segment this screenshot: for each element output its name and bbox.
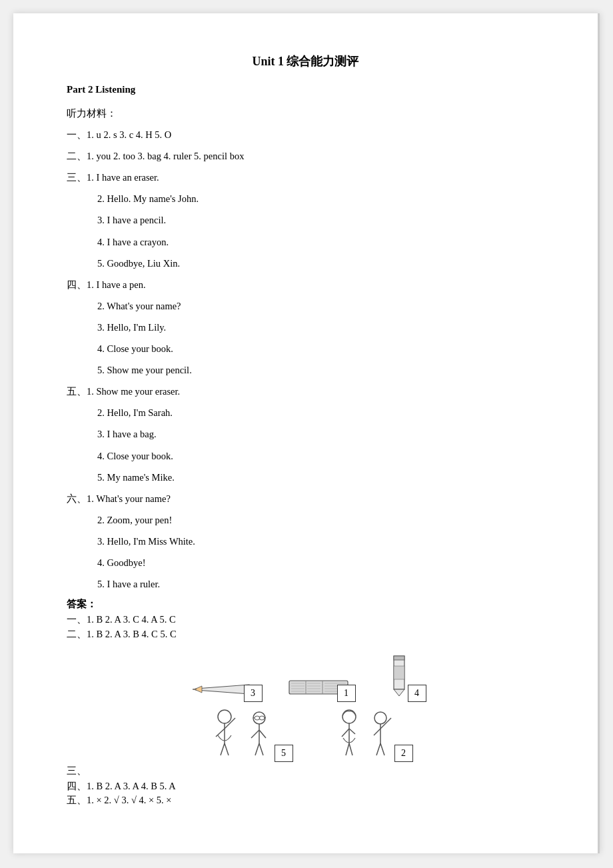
section-liu-item-0: 1. What's your name?: [87, 493, 171, 504]
figures-group-1: 5: [203, 709, 289, 762]
part-title: Part 2 Listening: [67, 84, 544, 95]
figures-2-number: 2: [394, 745, 413, 762]
listening-materials-label: 听力材料：: [67, 105, 544, 122]
svg-point-41: [342, 710, 356, 723]
svg-line-40: [259, 743, 263, 755]
crayon-box: 4: [376, 653, 422, 702]
answer-si: 四、1. B 2. A 3. A 4. B 5. A: [67, 780, 544, 793]
answer-wu: 五、1. × 2. √ 3. √ 4. × 5. ×: [67, 794, 544, 807]
svg-line-45: [346, 743, 349, 755]
figures-2-icon: [326, 709, 406, 762]
section-san-item-0: 1. I have an eraser.: [87, 172, 159, 183]
pencil-box: 3: [189, 679, 263, 702]
crayon-number: 4: [408, 685, 426, 702]
section-san-item-4: 5. Goodbye, Liu Xin.: [67, 255, 544, 272]
svg-line-43: [342, 729, 349, 737]
section-er-content: 1. you 2. too 3. bag 4. ruler 5. pencil …: [87, 151, 244, 161]
svg-line-28: [221, 743, 225, 755]
section-si-item-0: 1. I have a pen.: [87, 279, 146, 290]
section-si-item-3: 4. Close your book.: [67, 340, 544, 357]
eraser-box: 1: [283, 675, 356, 702]
section-liu-item-3: 4. Goodbye!: [67, 554, 544, 571]
svg-point-23: [218, 710, 231, 723]
images-row-1: 3: [67, 653, 544, 702]
answers-label: 答案：: [67, 598, 544, 611]
svg-line-27: [231, 718, 235, 722]
section-wu: 五、1. Show me your eraser.: [67, 383, 544, 400]
section-si-item-2: 3. Hello, I'm Lily.: [67, 319, 544, 336]
answer-yi-label: 一、: [67, 614, 87, 625]
eraser-number: 1: [337, 685, 356, 702]
section-si-item-4: 5. Show me your pencil.: [67, 361, 544, 379]
section-san-label: 三、: [67, 172, 87, 183]
answer-si-label: 四、: [67, 781, 87, 791]
section-yi: 一、1. u 2. s 3. c 4. H 5. O: [67, 126, 544, 143]
section-er-label: 二、: [67, 151, 87, 161]
page: Unit 1 综合能力测评 Part 2 Listening 听力材料： 一、1…: [13, 13, 600, 853]
section-wu-item-1: 2. Hello, I'm Sarah.: [67, 404, 544, 421]
answer-er: 二、1. B 2. A 3. B 4. C 5. C: [67, 628, 544, 641]
svg-marker-3: [196, 686, 202, 693]
answer-wu-content: 1. × 2. √ 3. √ 4. × 5. ×: [87, 795, 171, 805]
svg-line-49: [374, 729, 380, 735]
svg-line-46: [349, 743, 352, 755]
page-title: Unit 1 综合能力测评: [67, 53, 544, 69]
figures-1-icon: [206, 709, 286, 762]
svg-line-29: [225, 743, 229, 755]
svg-line-25: [216, 729, 225, 737]
section-san-item-2: 3. I have a pencil.: [67, 211, 544, 229]
answer-wu-label: 五、: [67, 795, 87, 805]
section-liu-item-1: 2. Zoom, your pen!: [67, 511, 544, 529]
section-wu-label: 五、: [67, 386, 87, 397]
figures-1-number: 5: [275, 745, 293, 762]
svg-point-47: [374, 712, 386, 724]
section-liu-label: 六、: [67, 493, 87, 504]
section-si: 四、1. I have a pen.: [67, 276, 544, 293]
answer-yi: 一、1. B 2. A 3. C 4. A 5. C: [67, 613, 544, 626]
answer-si-content: 1. B 2. A 3. A 4. B 5. A: [87, 781, 176, 791]
images-row-2: 5: [67, 709, 544, 762]
section-er: 二、1. you 2. too 3. bag 4. ruler 5. penci…: [67, 147, 544, 165]
section-liu-item-2: 3. Hello, I'm Miss White.: [67, 533, 544, 550]
svg-line-53: [380, 743, 384, 755]
section-san-item-3: 4. I have a crayon.: [67, 233, 544, 251]
section-liu-item-4: 5. I have a ruler.: [67, 575, 544, 593]
svg-line-44: [349, 729, 355, 734]
section-wu-item-3: 4. Close your book.: [67, 447, 544, 465]
svg-line-37: [251, 730, 259, 738]
bottom-answers: 四、1. B 2. A 3. A 4. B 5. A 五、1. × 2. √ 3…: [67, 780, 544, 807]
section-wu-item-2: 3. I have a bag.: [67, 425, 544, 443]
section-si-item-1: 2. What's your name?: [67, 297, 544, 315]
pencil-number: 3: [244, 685, 263, 702]
svg-line-39: [255, 743, 259, 755]
svg-marker-20: [394, 689, 404, 696]
answer-er-content: 1. B 2. A 3. B 4. C 5. C: [87, 629, 177, 639]
svg-rect-21: [394, 666, 404, 679]
svg-marker-1: [193, 689, 196, 690]
answer-yi-content: 1. B 2. A 3. C 4. A 5. C: [87, 614, 176, 625]
section-liu: 六、1. What's your name?: [67, 490, 544, 507]
section-san-item-1: 2. Hello. My name's John.: [67, 190, 544, 207]
section-wu-item-4: 5. My name's Mike.: [67, 469, 544, 486]
section-san: 三、1. I have an eraser.: [67, 169, 544, 186]
san-label: 三、: [67, 765, 544, 777]
section-wu-item-0: 1. Show me your eraser.: [87, 386, 180, 397]
figures-group-2: 2: [322, 709, 409, 762]
section-yi-content: 1. u 2. s 3. c 4. H 5. O: [87, 129, 171, 140]
section-si-label: 四、: [67, 279, 87, 290]
svg-line-51: [387, 718, 391, 722]
answer-er-label: 二、: [67, 629, 87, 639]
svg-line-38: [259, 730, 266, 738]
svg-line-52: [376, 743, 380, 755]
section-yi-label: 一、: [67, 129, 87, 140]
svg-rect-22: [394, 656, 404, 660]
